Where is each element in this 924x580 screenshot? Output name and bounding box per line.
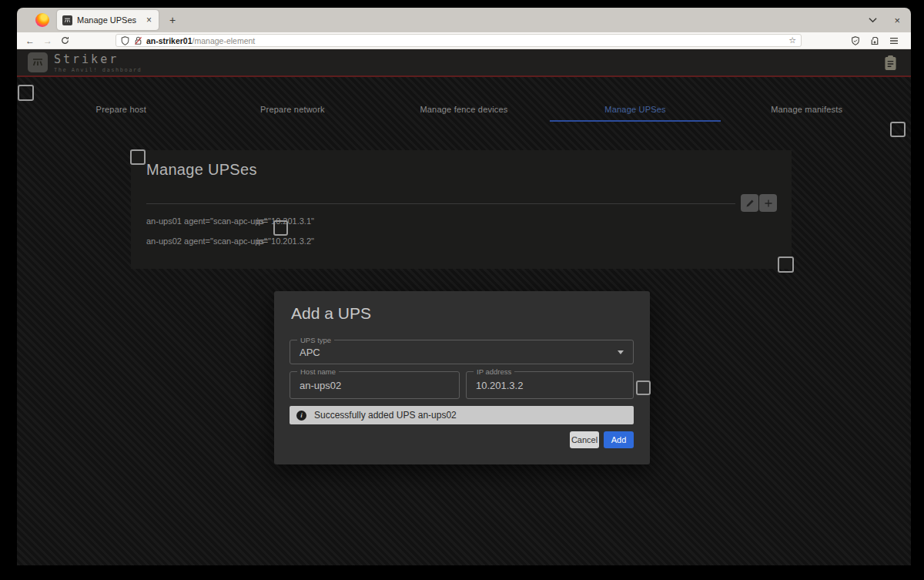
cancel-button[interactable]: Cancel xyxy=(570,431,599,448)
tab-close-icon[interactable]: × xyxy=(145,15,153,25)
ip-address-value: 10.201.3.2 xyxy=(467,372,633,398)
annotation-marker xyxy=(636,381,651,395)
url-bar[interactable]: an-striker01 /manage-element ☆ xyxy=(116,34,802,47)
ups-agent: agent="scan-apc-ups" xyxy=(184,216,254,226)
url-host: an-striker01 xyxy=(146,36,192,45)
dialog-title: Add a UPS xyxy=(291,304,371,323)
browser-toolbar: ← → an-striker01 /manage-element ☆ xyxy=(17,32,911,49)
annotation-marker xyxy=(890,122,906,137)
ups-name: an-ups02 xyxy=(146,236,182,246)
ups-list-item: an-ups02 agent="scan-apc-ups" ip="10.201… xyxy=(146,236,314,246)
annotation-marker xyxy=(273,220,288,236)
browser-tab[interactable]: Manage UPSes × xyxy=(57,10,159,30)
host-name-field[interactable]: Host name an-ups02 xyxy=(290,371,460,399)
chevron-down-icon xyxy=(618,350,624,354)
protections-shield-icon[interactable] xyxy=(851,36,860,45)
add-button[interactable] xyxy=(759,194,777,212)
forward-button[interactable]: → xyxy=(43,36,52,45)
brand-tagline: The Anvil! dashboard xyxy=(54,67,142,73)
url-path: /manage-element xyxy=(192,36,256,45)
ups-type-value: APC xyxy=(290,340,633,364)
add-ups-dialog: Add a UPS UPS type APC Host name an-ups0… xyxy=(274,291,650,464)
panel-divider xyxy=(146,203,735,204)
striker-header: Striker The Anvil! dashboard xyxy=(17,49,911,75)
host-name-value: an-ups02 xyxy=(290,372,459,398)
firefox-icon xyxy=(35,13,49,27)
ip-address-field[interactable]: IP address 10.201.3.2 xyxy=(466,371,634,399)
info-icon: i xyxy=(296,411,306,421)
add-confirm-button[interactable]: Add xyxy=(604,431,634,448)
panel-title: Manage UPSes xyxy=(146,161,257,179)
library-icon[interactable] xyxy=(870,36,879,45)
back-button[interactable]: ← xyxy=(25,36,35,45)
tab-manage-manifests[interactable]: Manage manifests xyxy=(721,105,892,122)
insecure-lock-icon[interactable] xyxy=(134,36,142,45)
tab-prepare-host[interactable]: Prepare host xyxy=(35,105,207,122)
site-favicon xyxy=(62,15,72,25)
success-message-bar: i Successfully added UPS an-ups02 xyxy=(290,406,634,424)
brand-name: Striker xyxy=(54,52,142,66)
edit-button[interactable] xyxy=(741,194,758,212)
window-close-icon[interactable]: × xyxy=(894,15,900,26)
annotation-marker xyxy=(130,149,146,165)
ups-type-label: UPS type xyxy=(297,336,334,344)
clipboard-icon[interactable] xyxy=(884,55,897,71)
striker-logo-icon xyxy=(28,52,48,72)
menu-icon[interactable] xyxy=(889,37,899,45)
ups-ip: ip="10.201.3.2" xyxy=(256,236,314,246)
dashboard-page: Prepare host Prepare network Manage fenc… xyxy=(17,77,911,565)
tab-manage-fence-devices[interactable]: Manage fence devices xyxy=(378,105,550,122)
element-tabs: Prepare host Prepare network Manage fenc… xyxy=(35,77,892,122)
browser-window: Manage UPSes × + × ← → an-striker01 /man… xyxy=(17,8,911,565)
annotation-marker xyxy=(18,85,34,101)
bookmark-star-icon[interactable]: ☆ xyxy=(788,35,796,45)
ups-name: an-ups01 xyxy=(146,216,182,226)
manage-upses-panel: Manage UPSes an-ups01 agent="scan-apc-up… xyxy=(131,150,792,269)
browser-tab-title: Manage UPSes xyxy=(77,15,145,25)
shield-icon[interactable] xyxy=(121,36,129,45)
page-content: Striker The Anvil! dashboard Prepare hos… xyxy=(17,49,911,565)
ups-type-select[interactable]: UPS type APC xyxy=(290,340,634,364)
ups-list-item: an-ups01 agent="scan-apc-ups" ip="10.201… xyxy=(146,216,314,226)
ip-address-label: IP address xyxy=(474,367,514,376)
list-tabs-chevron-icon[interactable] xyxy=(869,17,877,23)
annotation-marker xyxy=(778,256,794,273)
browser-titlebar: Manage UPSes × + × xyxy=(17,8,911,32)
ups-agent: agent="scan-apc-ups" xyxy=(184,236,254,246)
host-name-label: Host name xyxy=(297,367,339,376)
tab-manage-upses[interactable]: Manage UPSes xyxy=(550,105,721,122)
tab-prepare-network[interactable]: Prepare network xyxy=(207,105,379,122)
reload-icon[interactable] xyxy=(61,36,69,45)
new-tab-button[interactable]: + xyxy=(169,14,176,26)
success-message: Successfully added UPS an-ups02 xyxy=(314,410,457,421)
